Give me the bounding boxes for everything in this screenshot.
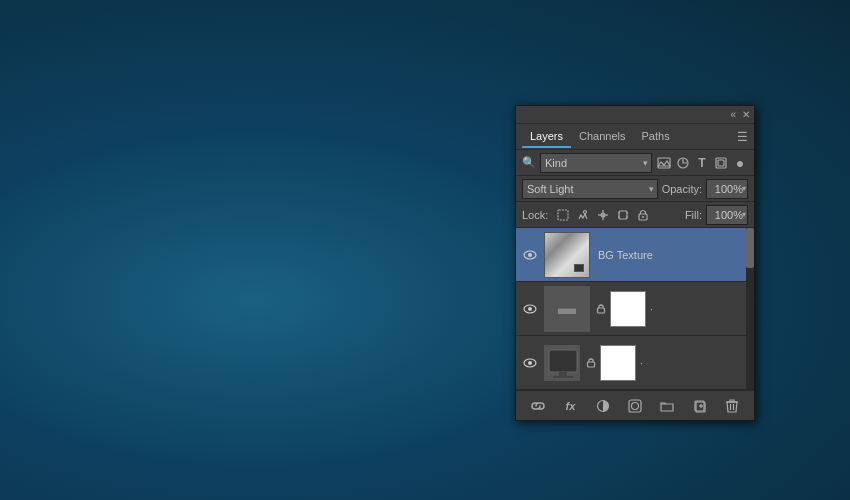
layer-dots: · [640, 357, 643, 369]
layer-visibility-toggle[interactable] [520, 245, 540, 265]
scrollbar[interactable] [746, 228, 754, 390]
filter-kind-select[interactable]: Kind [540, 153, 652, 173]
svg-point-16 [642, 216, 644, 218]
svg-rect-10 [619, 211, 627, 219]
layer-name: BG Texture [594, 249, 750, 261]
svg-rect-5 [558, 210, 568, 220]
titlebar-buttons: « ✕ [730, 109, 750, 120]
layer-item[interactable]: · [516, 282, 754, 336]
layer-thumbnail [544, 232, 590, 278]
layer-item[interactable]: · [516, 336, 754, 390]
search-icon: 🔍 [522, 156, 536, 169]
layers-panel: « ✕ Layers Channels Paths ☰ 🔍 Kind [515, 105, 755, 421]
svg-point-31 [631, 402, 638, 409]
svg-point-23 [528, 361, 532, 365]
delete-layer-button[interactable] [722, 396, 742, 416]
svg-rect-27 [553, 376, 573, 378]
panel-close-button[interactable]: ✕ [742, 109, 750, 120]
panel-tabs: Layers Channels Paths ☰ [516, 124, 754, 150]
opacity-label: Opacity: [662, 183, 702, 195]
panel-titlebar: « ✕ [516, 106, 754, 124]
layer-item[interactable]: BG Texture [516, 228, 754, 282]
new-layer-button[interactable] [690, 396, 710, 416]
lock-image-icon[interactable] [575, 207, 591, 223]
svg-rect-25 [549, 350, 577, 372]
filter-image-icon[interactable] [656, 155, 672, 171]
new-group-button[interactable] [657, 396, 677, 416]
lock-row: Lock: [516, 202, 754, 228]
blend-mode-row: Soft Light Normal Multiply Screen Overla… [516, 176, 754, 202]
filter-adjustment-icon[interactable] [675, 155, 691, 171]
panel-collapse-button[interactable]: « [730, 109, 736, 120]
fill-input[interactable] [706, 205, 748, 225]
layer-dots: · [650, 303, 653, 315]
opacity-input[interactable] [706, 179, 748, 199]
tab-channels[interactable]: Channels [571, 126, 633, 148]
lock-label: Lock: [522, 209, 548, 221]
opacity-wrapper: ▾ [706, 179, 748, 199]
blend-mode-wrapper: Soft Light Normal Multiply Screen Overla… [522, 179, 658, 199]
svg-rect-4 [718, 160, 724, 166]
lock-artboard-icon[interactable] [615, 207, 631, 223]
layer-thumbnail [544, 345, 580, 381]
tab-paths[interactable]: Paths [634, 126, 678, 148]
filter-shape-icon[interactable] [713, 155, 729, 171]
svg-point-6 [584, 210, 587, 213]
link-layers-button[interactable] [528, 396, 548, 416]
filter-smart-object-icon[interactable]: ● [732, 155, 748, 171]
filter-type-icon[interactable]: T [694, 155, 710, 171]
layer-thumbnail [544, 286, 590, 332]
svg-point-18 [528, 253, 532, 257]
svg-rect-26 [559, 372, 567, 376]
filter-icons: T ● [656, 155, 748, 171]
svg-rect-28 [588, 362, 595, 367]
fx-button[interactable]: fx [560, 396, 580, 416]
scrollbar-thumb[interactable] [746, 228, 754, 268]
fill-label: Fill: [685, 209, 702, 221]
svg-marker-1 [658, 161, 670, 166]
layer-visibility-toggle[interactable] [520, 299, 540, 319]
new-fill-adjustment-layer-button[interactable] [593, 396, 613, 416]
filter-kind-wrapper: Kind [540, 153, 652, 173]
add-mask-button[interactable] [625, 396, 645, 416]
tab-layers[interactable]: Layers [522, 126, 571, 148]
panel-toolbar: fx [516, 390, 754, 420]
svg-rect-30 [629, 400, 641, 412]
layer-link-icon[interactable] [584, 356, 598, 370]
layer-visibility-toggle[interactable] [520, 353, 540, 373]
blend-mode-select[interactable]: Soft Light Normal Multiply Screen Overla… [522, 179, 658, 199]
lock-transparent-icon[interactable] [555, 207, 571, 223]
lock-position-icon[interactable] [595, 207, 611, 223]
fill-wrapper: ▾ [706, 205, 748, 225]
layers-list: BG Texture · [516, 228, 754, 390]
layer-mask-thumbnail [600, 345, 636, 381]
svg-rect-21 [598, 308, 605, 313]
svg-point-20 [528, 307, 532, 311]
lock-all-icon[interactable] [635, 207, 651, 223]
filter-row: 🔍 Kind T [516, 150, 754, 176]
layer-mask-thumbnail [610, 291, 646, 327]
panel-menu-icon[interactable]: ☰ [737, 130, 748, 144]
layer-link-icon[interactable] [594, 302, 608, 316]
